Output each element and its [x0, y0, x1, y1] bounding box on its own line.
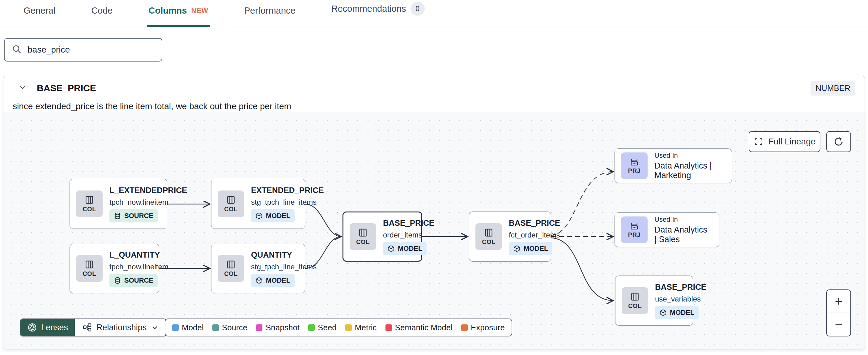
- cube-icon: [255, 212, 263, 219]
- node-title: BASE_PRICE: [383, 218, 434, 228]
- kind-label: PRJ: [628, 167, 641, 174]
- tab-performance[interactable]: Performance: [242, 6, 298, 27]
- aperture-icon: [27, 323, 37, 332]
- cube-icon: [387, 245, 395, 252]
- legend-item-seed: Seed: [308, 323, 337, 332]
- tab-bar: General Code Columns NEW Performance Rec…: [0, 0, 868, 27]
- legend-item-metric: Metric: [345, 323, 377, 332]
- node-used-in-sales[interactable]: PRJ Used In Data Analytics | Sales: [615, 212, 719, 247]
- column-kind-badge: COL: [475, 223, 502, 250]
- node-used-in-marketing[interactable]: PRJ Used In Data Analytics | Marketing: [615, 148, 732, 183]
- project-kind-badge: PRJ: [621, 152, 648, 179]
- zoom-controls: + −: [826, 290, 851, 336]
- refresh-button[interactable]: [826, 131, 851, 152]
- node-base-price-fct-order-items[interactable]: COL BASE_PRICE fct_order_items MODEL: [469, 211, 551, 262]
- tab-label: Columns: [149, 6, 187, 16]
- column-panel: BASE_PRICE NUMBER since extended_price i…: [3, 76, 865, 349]
- node-subtitle: tpch_now.lineitem: [110, 263, 168, 271]
- refresh-icon: [833, 136, 844, 147]
- node-title: EXTENDED_PRICE: [251, 185, 324, 195]
- columns-icon: [226, 260, 236, 270]
- tab-code[interactable]: Code: [89, 6, 114, 27]
- chevron-down-icon: [151, 323, 159, 331]
- archive-icon: [630, 221, 639, 231]
- legend-label: Metric: [355, 323, 377, 332]
- tab-label: General: [24, 6, 55, 16]
- resource-type-badge: MODEL: [383, 242, 427, 255]
- tab-general[interactable]: General: [22, 6, 57, 27]
- node-quantity[interactable]: COL QUANTITY stg_tpch_line_items MODEL: [211, 244, 305, 293]
- tab-label: Code: [91, 6, 113, 16]
- cube-icon: [255, 277, 263, 284]
- kind-label: PRJ: [628, 231, 641, 238]
- legend-item-source: Source: [212, 323, 247, 332]
- resource-type-badge: MODEL: [655, 306, 699, 319]
- node-subtitle: order_items: [383, 231, 434, 239]
- project-name: Data Analytics | Marketing: [654, 161, 724, 180]
- search-input[interactable]: [28, 45, 155, 55]
- relationships-label: Relationships: [96, 323, 147, 332]
- node-subtitle: stg_tpch_line_items: [251, 198, 324, 207]
- resource-type-badge: MODEL: [509, 242, 552, 255]
- kind-label: COL: [83, 270, 96, 277]
- node-l-extendedprice[interactable]: COL L_EXTENDEDPRICE tpch_now.lineitem SO…: [69, 179, 167, 229]
- badge-label: MODEL: [266, 212, 290, 220]
- expand-icon: [754, 137, 764, 147]
- lenses-button[interactable]: Lenses: [21, 319, 75, 336]
- lenses-toolbar: Lenses Relationships: [20, 319, 167, 336]
- node-subtitle: tpch_now.lineitem: [110, 198, 187, 207]
- column-title: BASE_PRICE: [37, 83, 96, 93]
- project-name: Data Analytics | Sales: [654, 225, 712, 244]
- column-panel-header: BASE_PRICE NUMBER: [3, 76, 865, 96]
- badge-label: MODEL: [266, 276, 290, 285]
- tab-columns[interactable]: Columns NEW: [147, 6, 210, 27]
- kind-label: COL: [83, 206, 96, 213]
- kind-label: COL: [224, 270, 238, 277]
- node-l-quantity[interactable]: COL L_QUANTITY tpch_now.lineitem SOURCE: [69, 244, 159, 293]
- zoom-out-button[interactable]: −: [827, 313, 850, 336]
- tab-recommendations[interactable]: Recommendations 0: [330, 2, 427, 27]
- chevron-down-icon[interactable]: [18, 83, 27, 93]
- legend-item-exposure: Exposure: [461, 323, 505, 332]
- relationships-icon: [82, 323, 92, 332]
- archive-icon: [630, 157, 639, 167]
- resource-type-badge: SOURCE: [110, 274, 158, 287]
- lineage-canvas[interactable]: COL L_EXTENDEDPRICE tpch_now.lineitem SO…: [3, 113, 865, 349]
- column-search[interactable]: [4, 38, 162, 62]
- node-title: L_EXTENDEDPRICE: [110, 185, 187, 195]
- column-kind-badge: COL: [622, 287, 648, 314]
- node-title: BASE_PRICE: [655, 282, 706, 292]
- columns-icon: [358, 228, 368, 238]
- model-swatch: [172, 324, 179, 331]
- relationships-dropdown[interactable]: Relationships: [75, 319, 166, 336]
- tab-label: Recommendations: [331, 4, 406, 14]
- column-type-badge: NUMBER: [810, 81, 855, 95]
- new-badge: NEW: [191, 6, 208, 15]
- legend-item-model: Model: [172, 323, 204, 332]
- node-base-price-use-variables[interactable]: COL BASE_PRICE use_variables MODEL: [615, 275, 693, 326]
- legend-label: Snapshot: [266, 323, 300, 332]
- node-extended-price[interactable]: COL EXTENDED_PRICE stg_tpch_line_items M…: [211, 179, 305, 229]
- legend-label: Exposure: [471, 323, 505, 332]
- kind-label: COL: [628, 302, 642, 309]
- node-base-price-order-items[interactable]: COL BASE_PRICE order_items MODEL: [342, 211, 422, 262]
- columns-icon: [84, 260, 94, 270]
- semantic-model-swatch: [385, 324, 392, 331]
- column-kind-badge: COL: [218, 255, 244, 282]
- resource-legend: Model Source Snapshot Seed Metric Semant…: [165, 319, 512, 336]
- used-in-label: Used In: [654, 151, 724, 159]
- full-lineage-label: Full Lineage: [769, 137, 816, 147]
- node-subtitle: stg_tpch_line_items: [251, 263, 316, 271]
- zoom-in-button[interactable]: +: [827, 290, 850, 313]
- cube-icon: [513, 245, 521, 252]
- kind-label: COL: [482, 238, 496, 245]
- legend-item-snapshot: Snapshot: [256, 323, 300, 332]
- kind-label: COL: [224, 206, 238, 213]
- column-kind-badge: COL: [350, 223, 376, 250]
- badge-label: SOURCE: [124, 212, 153, 220]
- full-lineage-button[interactable]: Full Lineage: [749, 131, 820, 152]
- resource-type-badge: MODEL: [251, 274, 294, 287]
- kind-label: COL: [356, 238, 370, 245]
- column-kind-badge: COL: [76, 255, 103, 282]
- node-title: QUANTITY: [251, 250, 316, 260]
